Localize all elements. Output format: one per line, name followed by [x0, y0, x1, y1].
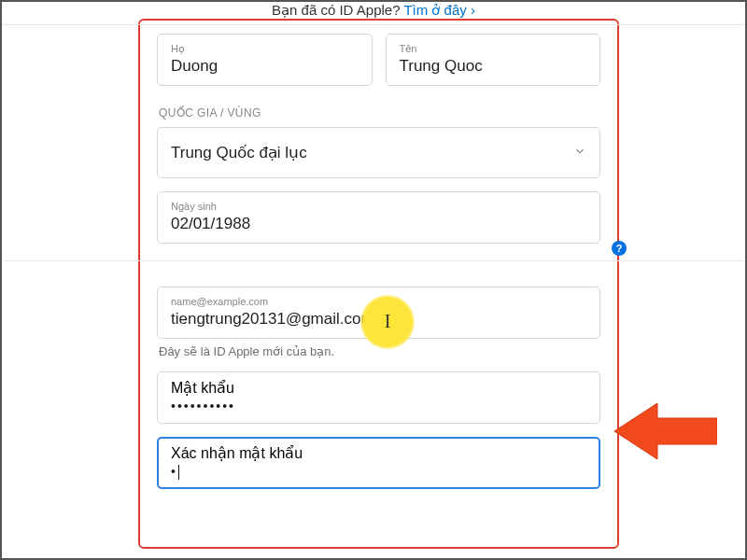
confirm-password-label: Xác nhận mật khẩu: [171, 444, 586, 462]
confirm-password-field[interactable]: Xác nhận mật khẩu •: [157, 437, 600, 489]
first-name-field[interactable]: Tên Trung Quoc: [386, 34, 601, 86]
email-value: tiengtrung20131@gmail.com: [171, 309, 586, 329]
password-field[interactable]: Mật khẩu ••••••••••: [157, 371, 600, 424]
confirm-password-masked: •: [171, 462, 586, 480]
last-name-label: Họ: [171, 43, 359, 55]
arrow-annotation: [614, 394, 717, 472]
signin-prompt: Bạn đã có ID Apple? Tìm ở đây ›: [2, 2, 745, 25]
region-section-label: QUỐC GIA / VÙNG: [159, 106, 599, 119]
birthdate-label: Ngày sinh: [171, 201, 586, 213]
last-name-value: Duong: [171, 56, 359, 77]
svg-marker-0: [614, 403, 717, 459]
signup-form-highlight: Họ Duong Tên Trung Quoc QUỐC GIA / VÙNG …: [138, 19, 619, 549]
signin-prompt-text: Bạn đã có ID Apple?: [272, 2, 403, 18]
email-field[interactable]: name@example.com tiengtrung20131@gmail.c…: [157, 287, 600, 339]
name-row: Họ Duong Tên Trung Quoc: [157, 34, 600, 86]
email-placeholder: name@example.com: [171, 296, 586, 308]
country-region-select[interactable]: Trung Quốc đại lục: [157, 127, 600, 178]
first-name-label: Tên: [400, 43, 587, 55]
password-masked: ••••••••••: [171, 397, 586, 413]
text-caret: [178, 465, 179, 480]
last-name-field[interactable]: Họ Duong: [157, 34, 373, 86]
country-region-value: Trung Quốc đại lục: [171, 143, 307, 162]
email-hint: Đây sẽ là ID Apple mới của bạn.: [159, 344, 599, 358]
first-name-value: Trung Quoc: [400, 56, 587, 77]
birthdate-field[interactable]: Ngày sinh 02/01/1988: [157, 191, 600, 244]
birthdate-value: 02/01/1988: [171, 214, 586, 234]
help-icon[interactable]: ?: [612, 241, 627, 256]
password-label: Mật khẩu: [171, 379, 586, 397]
chevron-down-icon: [573, 145, 586, 161]
section-divider: [4, 260, 747, 261]
find-here-link[interactable]: Tìm ở đây ›: [403, 2, 475, 18]
